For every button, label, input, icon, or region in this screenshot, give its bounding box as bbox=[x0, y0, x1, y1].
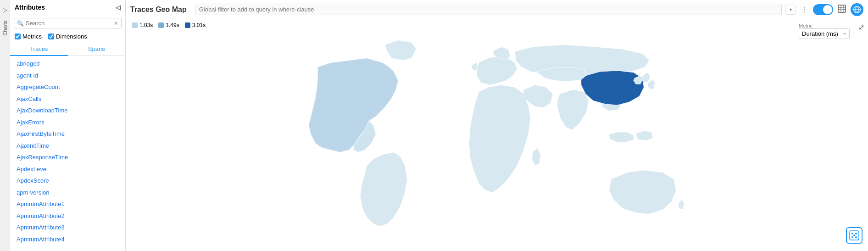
expand-map-icon[interactable]: ⤢ bbox=[858, 23, 864, 32]
table-view-icon[interactable] bbox=[837, 4, 847, 16]
dimensions-label: Dimensions bbox=[56, 33, 87, 40]
attribute-item[interactable]: AjaxCalls bbox=[10, 93, 125, 105]
geo-map-icon[interactable] bbox=[851, 3, 863, 16]
legend-label: 3.01s bbox=[192, 22, 206, 28]
filter-checkboxes: Metrics Dimensions bbox=[10, 31, 125, 42]
filter-dropdown-btn[interactable]: ▾ bbox=[785, 5, 796, 15]
help-btn[interactable] bbox=[846, 227, 862, 244]
search-icon: 🔍 bbox=[17, 20, 24, 27]
toolbar: Traces Geo Map ▾ ⋮ bbox=[126, 0, 868, 19]
legend-item: 3.01s bbox=[185, 22, 206, 28]
svg-point-16 bbox=[853, 234, 855, 236]
attribute-item[interactable]: ApmrumAttribute3 bbox=[10, 222, 125, 234]
map-legend: 1.03s1.49s3.01s bbox=[126, 19, 868, 31]
attribute-item[interactable]: AggregateCount bbox=[10, 81, 125, 93]
attribute-item[interactable]: AjaxResponseTime bbox=[10, 151, 125, 163]
attributes-panel: Attributes ◁ 🔍 ✕ Metrics Dimensions Trac… bbox=[10, 0, 126, 251]
metric-dropdown[interactable]: Duration (ms) bbox=[799, 28, 850, 39]
attribute-item[interactable]: ApdexLevel bbox=[10, 163, 125, 175]
svg-rect-0 bbox=[838, 5, 846, 12]
legend-dot bbox=[132, 22, 138, 28]
more-options-icon[interactable]: ⋮ bbox=[799, 5, 809, 14]
tab-spans[interactable]: Spans bbox=[68, 43, 126, 55]
attributes-title: Attributes bbox=[15, 4, 45, 11]
svg-point-14 bbox=[851, 236, 853, 238]
attribute-item[interactable]: apm-version bbox=[10, 187, 125, 199]
attributes-header: Attributes ◁ bbox=[10, 0, 125, 15]
metric-selector: Metric Duration (ms) bbox=[799, 23, 850, 39]
metric-dropdown-wrapper: Duration (ms) bbox=[799, 28, 850, 39]
legend-label: 1.49s bbox=[166, 22, 179, 28]
toggle-switch[interactable] bbox=[813, 4, 833, 15]
attribute-item[interactable]: agent-id bbox=[10, 70, 125, 82]
sidebar-toggle-strip: ▷ Charts bbox=[0, 0, 10, 251]
world-map-svg[interactable] bbox=[126, 31, 868, 246]
legend-dot bbox=[158, 22, 164, 28]
metrics-checkbox[interactable] bbox=[15, 33, 21, 39]
metrics-checkbox-label[interactable]: Metrics bbox=[15, 33, 42, 40]
legend-item: 1.49s bbox=[158, 22, 179, 28]
dimensions-checkbox-label[interactable]: Dimensions bbox=[48, 33, 87, 40]
charts-label[interactable]: Charts bbox=[2, 21, 8, 35]
legend-item: 1.03s bbox=[132, 22, 153, 28]
attribute-item[interactable]: ApmrumAttribute4 bbox=[10, 234, 125, 245]
map-container: 1.03s1.49s3.01s Metric Duration (ms) ⤢ bbox=[126, 19, 868, 251]
toggle-collapse-btn[interactable]: ▷ bbox=[1, 5, 9, 15]
metrics-label: Metrics bbox=[22, 33, 42, 40]
global-filter-input[interactable] bbox=[195, 4, 782, 15]
dimensions-checkbox[interactable] bbox=[48, 33, 54, 39]
panel-title: Traces Geo Map bbox=[130, 6, 187, 14]
collapse-panel-btn[interactable]: ◁ bbox=[116, 4, 121, 11]
tab-traces[interactable]: Traces bbox=[10, 43, 68, 56]
svg-point-13 bbox=[855, 233, 857, 234]
attribute-item[interactable]: ApdexScore bbox=[10, 175, 125, 187]
legend-dot bbox=[185, 22, 190, 28]
attribute-item[interactable]: AjaxErrors bbox=[10, 117, 125, 128]
legend-label: 1.03s bbox=[139, 22, 153, 28]
attribute-item[interactable]: AjaxFirstByteTime bbox=[10, 128, 125, 140]
attribute-item[interactable]: AjaxDownloadTime bbox=[10, 105, 125, 117]
attributes-list: abridgedagent-idAggregateCountAjaxCallsA… bbox=[10, 56, 125, 251]
metric-label: Metric bbox=[799, 23, 850, 28]
attribute-item[interactable]: AjaxInitTime bbox=[10, 140, 125, 152]
search-input[interactable] bbox=[26, 20, 114, 27]
search-box: 🔍 ✕ bbox=[14, 18, 122, 28]
attribute-item[interactable]: ApmrumAttribute2 bbox=[10, 210, 125, 222]
clear-search-icon[interactable]: ✕ bbox=[114, 20, 118, 27]
attribute-item[interactable]: ApmrumAttribute1 bbox=[10, 198, 125, 210]
svg-point-12 bbox=[851, 233, 853, 234]
attribute-item[interactable]: abridged bbox=[10, 58, 125, 70]
main-content: Traces Geo Map ▾ ⋮ bbox=[126, 0, 868, 251]
tabs-row: Traces Spans bbox=[10, 43, 125, 56]
svg-point-15 bbox=[855, 236, 857, 238]
